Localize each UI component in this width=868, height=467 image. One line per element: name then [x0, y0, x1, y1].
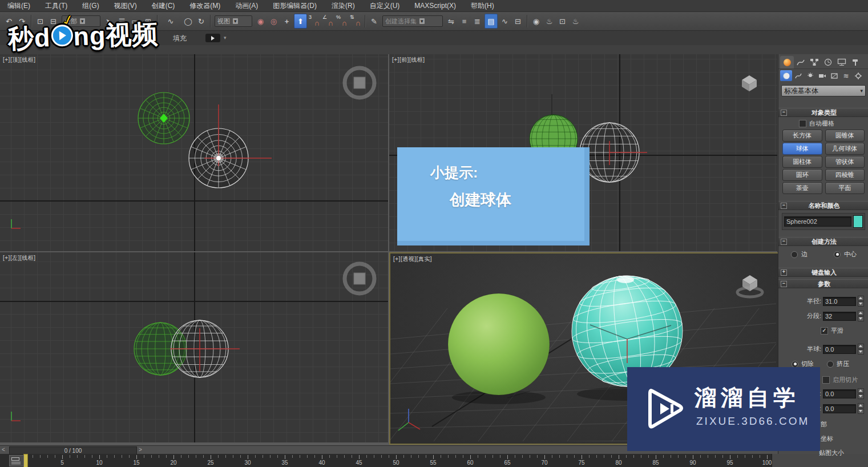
- track-bar-filter-icon[interactable]: [9, 455, 24, 466]
- collapse-icon[interactable]: −: [781, 110, 787, 116]
- video-icon[interactable]: [205, 34, 220, 42]
- object-type-button[interactable]: 圆环: [782, 169, 822, 181]
- rollout-parameters[interactable]: − 参数: [778, 279, 868, 288]
- chop-radio[interactable]: [792, 361, 798, 368]
- hemisphere-input[interactable]: 0.0: [823, 345, 856, 354]
- time-slider-handle[interactable]: [23, 454, 28, 467]
- viewport-left-label[interactable]: [+][左][线框]: [3, 254, 36, 262]
- frame-display[interactable]: 0 / 100: [9, 446, 137, 454]
- radius-input[interactable]: 31.0: [823, 297, 856, 306]
- viewport-front-label[interactable]: [+][前][线框]: [392, 56, 425, 64]
- mirror-icon[interactable]: ⇋: [445, 14, 457, 28]
- menu-item[interactable]: 图形编辑器(D): [265, 0, 324, 11]
- object-type-button[interactable]: 长方体: [782, 130, 822, 142]
- curve-editor-icon[interactable]: ∿: [499, 14, 511, 28]
- tab-hierarchy[interactable]: [808, 56, 821, 69]
- enable-slice-checkbox[interactable]: [822, 376, 830, 384]
- menu-item[interactable]: 编辑(E): [0, 0, 38, 11]
- use-pivot-icon[interactable]: ◉: [255, 14, 267, 28]
- rollout-name-color[interactable]: − 名称和颜色: [778, 201, 868, 210]
- angle-snap-icon[interactable]: ∠∩: [322, 14, 334, 28]
- slice-from-input[interactable]: 0.0: [823, 389, 856, 398]
- spline-tool-icon[interactable]: ∿: [160, 14, 181, 28]
- object-type-button[interactable]: 茶壶: [782, 182, 822, 194]
- slice-to-input[interactable]: 0.0: [823, 404, 856, 413]
- previous-frame-button[interactable]: <: [2, 446, 5, 453]
- menu-item[interactable]: MAXScript(X): [407, 0, 463, 11]
- menu-item[interactable]: 自定义(U): [362, 0, 407, 11]
- category-dropdown[interactable]: 标准基本体 ▾: [781, 85, 866, 96]
- menu-item[interactable]: 帮助(H): [463, 0, 502, 11]
- graphite-ribbon-icon[interactable]: ▤: [485, 14, 498, 29]
- viewport-left[interactable]: [+][左][线框]: [0, 252, 388, 442]
- object-type-button[interactable]: 圆柱体: [782, 156, 822, 168]
- tab-modify[interactable]: [794, 56, 808, 69]
- object-type-button[interactable]: 几何球体: [825, 143, 865, 155]
- spinner-arrows[interactable]: [858, 344, 864, 355]
- rotate-view-icon[interactable]: ↻: [195, 14, 207, 28]
- object-type-button[interactable]: 平面: [825, 182, 865, 194]
- menu-item[interactable]: 创建(C): [144, 0, 183, 11]
- segments-input[interactable]: 32: [823, 312, 856, 321]
- schematic-view-icon[interactable]: ⊟: [512, 14, 524, 28]
- snap-3d-icon[interactable]: 3∩: [308, 14, 321, 28]
- subtab-helpers[interactable]: [828, 70, 840, 81]
- rollout-object-type[interactable]: − 对象类型: [778, 108, 868, 117]
- subtab-cameras[interactable]: [816, 70, 828, 81]
- spinner-arrows[interactable]: [858, 296, 864, 307]
- edge-radio[interactable]: [791, 251, 798, 258]
- object-type-button[interactable]: 管状体: [825, 156, 865, 168]
- tab-display[interactable]: [835, 56, 849, 69]
- layer-manager-icon[interactable]: ≣: [471, 14, 483, 28]
- reference-coord-dropdown[interactable]: 视图 ▾: [215, 15, 252, 27]
- subtab-lights[interactable]: [804, 70, 816, 81]
- menu-item[interactable]: 渲染(R): [324, 0, 362, 11]
- subtab-spacewarps[interactable]: ≋: [840, 70, 852, 81]
- smooth-checkbox[interactable]: ✓: [821, 327, 828, 335]
- object-type-button[interactable]: 四棱锥: [825, 169, 865, 181]
- menu-item[interactable]: 修改器(M): [182, 0, 228, 11]
- object-name-input[interactable]: Sphere002: [784, 216, 851, 227]
- tab-create[interactable]: [780, 56, 794, 69]
- spinner-snap-icon[interactable]: ⇅∩: [349, 14, 362, 28]
- active-tool-icon[interactable]: ⬆: [294, 14, 307, 29]
- keyboard-override-icon[interactable]: ✎: [368, 14, 380, 28]
- rollout-keyboard-entry[interactable]: + 键盘输入: [778, 268, 868, 277]
- object-color-swatch[interactable]: [853, 215, 863, 228]
- use-center-icon[interactable]: ◎: [268, 14, 280, 28]
- menu-item[interactable]: 工具(T): [38, 0, 75, 11]
- align-icon[interactable]: ≡: [458, 14, 470, 28]
- subtab-systems[interactable]: [852, 70, 864, 81]
- autogrid-checkbox[interactable]: [799, 120, 806, 127]
- viewport-top-label[interactable]: [+][顶][线框]: [3, 56, 36, 64]
- collapse-icon[interactable]: −: [781, 281, 787, 287]
- viewport-perspective-label[interactable]: [+][透视][真实]: [393, 255, 432, 263]
- named-selection-dropdown[interactable]: 创建选择集 ▾: [382, 15, 443, 27]
- circle-select-icon[interactable]: ◯: [182, 14, 194, 28]
- subtab-shapes[interactable]: [792, 70, 804, 81]
- center-radio[interactable]: [834, 251, 841, 258]
- spinner-arrows[interactable]: [858, 388, 864, 399]
- viewport-top[interactable]: [+][顶][线框]: [0, 54, 388, 251]
- render-setup-icon[interactable]: ♨: [543, 14, 555, 28]
- menu-item[interactable]: 视图(V): [107, 0, 144, 11]
- object-type-button[interactable]: 球体: [782, 143, 822, 155]
- spinner-arrows[interactable]: [858, 311, 864, 321]
- collapse-icon[interactable]: −: [781, 203, 787, 209]
- menu-item[interactable]: 组(G): [75, 0, 106, 11]
- collapse-icon[interactable]: −: [781, 239, 787, 245]
- rollout-creation-method[interactable]: − 创建方法: [778, 237, 868, 246]
- spinner-arrows[interactable]: [858, 403, 864, 414]
- ribbon-tab-fill[interactable]: 填充: [173, 34, 187, 43]
- track-bar[interactable]: 0510152025303540455055606570758085909510…: [0, 454, 868, 467]
- select-move-icon[interactable]: +: [281, 14, 293, 28]
- tab-motion[interactable]: [821, 56, 835, 69]
- squash-radio[interactable]: [827, 361, 834, 368]
- tab-utilities[interactable]: [849, 56, 862, 69]
- object-type-button[interactable]: 圆锥体: [825, 130, 865, 142]
- expand-icon[interactable]: +: [781, 269, 787, 276]
- render-production-icon[interactable]: ♨: [570, 14, 582, 28]
- rendered-frame-icon[interactable]: ⊡: [556, 14, 568, 28]
- percent-snap-icon[interactable]: %∩: [336, 14, 348, 28]
- material-editor-icon[interactable]: ◉: [530, 14, 542, 28]
